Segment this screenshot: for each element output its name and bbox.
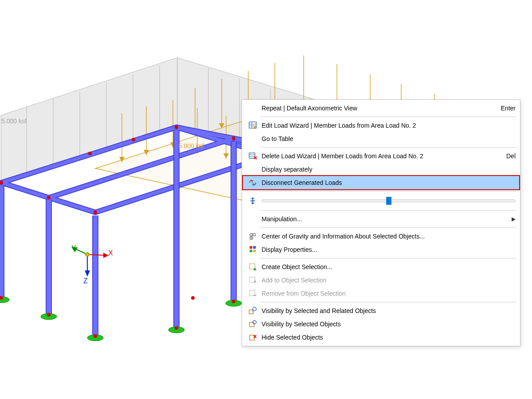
menu-item-edit-load-wizard[interactable]: Edit Load Wizard | Member Loads from Are… (243, 119, 519, 132)
svg-point-88 (47, 196, 51, 200)
menu-item-hide-selected[interactable]: Hide Selected Objects (243, 331, 519, 344)
svg-point-99 (175, 326, 178, 330)
menu-item-manipulation[interactable]: Manipulation... ▶ (243, 212, 519, 226)
disconnect-loads-icon (246, 178, 259, 187)
svg-rect-131 (249, 310, 253, 314)
svg-point-100 (232, 300, 235, 303)
menu-item-center-of-gravity[interactable]: Center of Gravity and Information About … (243, 230, 519, 243)
menu-label: Delete Load Wizard | Member Loads from A… (259, 153, 497, 160)
svg-rect-126 (250, 250, 252, 252)
menu-item-visibility-selected[interactable]: Visibility by Selected Objects (243, 317, 519, 331)
svg-point-98 (94, 334, 97, 338)
svg-marker-110 (85, 270, 90, 277)
menu-label: Hide Selected Objects (259, 334, 516, 341)
opacity-step-icon (246, 196, 259, 205)
menu-separator (260, 210, 516, 211)
svg-point-97 (47, 313, 51, 317)
svg-rect-124 (250, 246, 252, 249)
svg-rect-128 (250, 264, 255, 269)
center-of-gravity-icon (246, 232, 259, 241)
add-selection-icon (246, 276, 259, 285)
menu-label: Repeat | Default Axonometric View (259, 105, 492, 112)
edit-wizard-icon (246, 121, 259, 130)
menu-label: Display separately (259, 166, 516, 173)
menu-label: Disconnect Generated Loads (259, 179, 516, 186)
menu-separator (260, 191, 516, 192)
menu-separator (260, 302, 516, 302)
menu-item-opacity-slider[interactable] (243, 193, 519, 208)
menu-shortcut: Del (497, 153, 516, 160)
context-menu: Repeat | Default Axonometric View Enter … (242, 99, 520, 346)
svg-point-104 (191, 296, 195, 300)
svg-point-90 (175, 125, 178, 129)
menu-separator (260, 117, 516, 117)
menu-label: Visibility by Selected Objects (259, 321, 516, 328)
create-selection-icon (246, 262, 259, 271)
submenu-arrow-icon: ▶ (503, 216, 516, 222)
menu-label: Add to Object Selection (259, 277, 516, 284)
menu-shortcut: Enter (492, 105, 516, 112)
svg-point-132 (253, 307, 256, 311)
menu-item-display-properties[interactable]: Display Properties... (243, 243, 519, 256)
svg-point-103 (132, 138, 135, 141)
visibility-selected-icon (246, 320, 259, 329)
menu-item-visibility-selected-related[interactable]: Visibility by Selected and Related Objec… (243, 304, 519, 317)
svg-point-102 (88, 152, 92, 155)
remove-selection-icon (246, 289, 259, 298)
svg-rect-117 (249, 153, 255, 158)
menu-label: Edit Load Wizard | Member Loads from Are… (259, 122, 516, 129)
menu-label: Manipulation... (259, 215, 503, 223)
menu-label: Go to Table (259, 135, 516, 142)
menu-separator (260, 258, 516, 258)
hide-objects-icon (246, 333, 259, 342)
svg-point-116 (254, 126, 256, 129)
menu-label: Display Properties... (259, 246, 516, 253)
svg-marker-106 (103, 253, 109, 258)
visibility-related-icon (246, 306, 259, 315)
slider-thumb[interactable] (386, 197, 391, 205)
opacity-slider[interactable] (262, 196, 516, 206)
menu-item-repeat[interactable]: Repeat | Default Axonometric View Enter (243, 102, 519, 115)
menu-label: Visibility by Selected and Related Objec… (259, 307, 516, 314)
menu-item-delete-load-wizard[interactable]: Delete Load Wizard | Member Loads from A… (243, 149, 519, 163)
menu-item-add-to-object-selection: Add to Object Selection (243, 274, 519, 287)
svg-rect-127 (253, 250, 256, 252)
menu-label: Remove from Object Selection (259, 290, 516, 297)
menu-label: Create Object Selection... (259, 263, 516, 270)
menu-item-go-to-table[interactable]: Go to Table (243, 132, 519, 145)
menu-item-display-separately[interactable]: Display separately (243, 163, 519, 176)
menu-item-disconnect-generated-loads[interactable]: Disconnect Generated Loads (243, 176, 519, 189)
svg-rect-125 (253, 246, 256, 249)
menu-item-remove-from-object-selection: Remove from Object Selection (243, 287, 519, 300)
delete-wizard-icon (246, 152, 259, 160)
menu-item-create-object-selection[interactable]: Create Object Selection... (243, 260, 519, 274)
menu-separator (260, 147, 516, 148)
svg-point-91 (232, 137, 235, 140)
menu-label: Center of Gravity and Information About … (259, 233, 516, 240)
svg-point-111 (86, 253, 89, 256)
svg-rect-134 (250, 322, 254, 327)
svg-point-89 (94, 211, 97, 214)
menu-separator (260, 227, 516, 228)
display-properties-icon (246, 245, 259, 254)
